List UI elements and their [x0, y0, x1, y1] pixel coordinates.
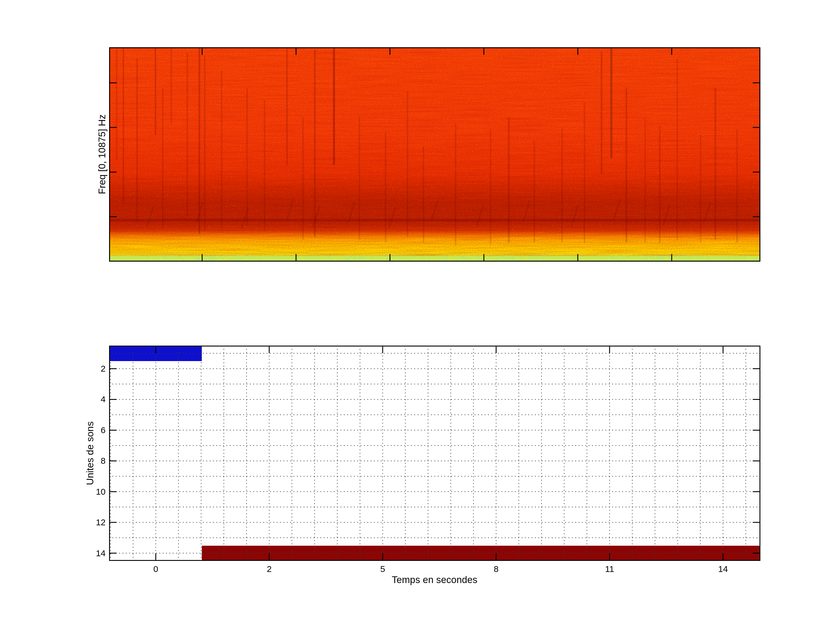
y-tick-label-8: 8	[54, 455, 106, 467]
spectrogram-dark-line	[109, 219, 760, 222]
spectrogram-plot	[109, 47, 760, 262]
matlab-figure: Freq [0, 10875] Hz 2 4 6 8 10 12 14 0 2 …	[0, 0, 840, 630]
activation-xlabel: Temps en secondes	[333, 574, 537, 586]
y-tick-label-4: 4	[54, 393, 106, 406]
y-tick-label-2: 2	[54, 363, 106, 375]
spectrogram-bright-noise	[109, 47, 760, 262]
y-tick-label-10: 10	[54, 486, 106, 498]
spectrogram-cyan-strip	[109, 255, 760, 261]
y-tick-label-6: 6	[54, 424, 106, 436]
x-tick-label-14: 14	[703, 563, 744, 575]
x-tick-label-2: 2	[249, 563, 290, 575]
activation-ylabel: Unites de sons	[84, 351, 96, 555]
activation-background	[109, 346, 760, 561]
x-tick-label-11: 11	[589, 563, 630, 575]
x-tick-label-5: 5	[362, 563, 403, 575]
activation-plot	[109, 346, 760, 561]
y-tick-label-14: 14	[54, 547, 106, 559]
x-tick-label-0: 0	[135, 563, 176, 575]
y-tick-label-12: 12	[54, 516, 106, 529]
spectrogram-orange-line	[109, 243, 760, 245]
spectrogram-ylabel: Freq [0, 10875] Hz	[96, 52, 108, 256]
x-tick-label-8: 8	[476, 563, 516, 575]
